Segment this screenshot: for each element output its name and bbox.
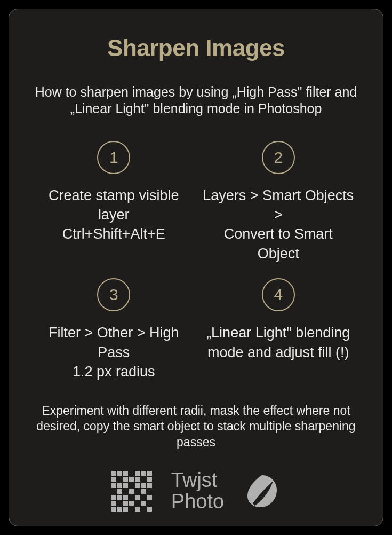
step-text-3: Filter > Other > High Pass 1.2 px radius xyxy=(37,323,191,381)
brand-row: Twjst Photo xyxy=(111,470,281,513)
qr-code-icon xyxy=(111,471,152,512)
leaf-logo-icon xyxy=(243,473,281,510)
step-4: 4 „Linear Light" blending mode and adjus… xyxy=(202,278,356,381)
steps-grid: 1 Create stamp visible layer Ctrl+Shift+… xyxy=(30,141,362,382)
step-text-4: „Linear Light" blending mode and adjust … xyxy=(202,323,356,362)
brand-line2: Photo xyxy=(171,491,224,513)
step-text-1: Create stamp visible layer Ctrl+Shift+Al… xyxy=(37,186,191,244)
step-3: 3 Filter > Other > High Pass 1.2 px radi… xyxy=(37,278,191,381)
step-badge-4: 4 xyxy=(262,278,295,311)
subtitle: How to sharpen images by using „High Pas… xyxy=(30,84,362,117)
step-2: 2 Layers > Smart Objects > Convert to Sm… xyxy=(202,141,356,264)
brand-line1: Twjst xyxy=(171,470,224,491)
step-badge-3: 3 xyxy=(97,278,130,311)
step-badge-2: 2 xyxy=(262,141,295,174)
step-1: 1 Create stamp visible layer Ctrl+Shift+… xyxy=(37,141,191,264)
step-badge-1: 1 xyxy=(97,141,130,174)
footnote: Experiment with different radii, mask th… xyxy=(30,403,362,451)
step-text-2: Layers > Smart Objects > Convert to Smar… xyxy=(202,186,356,264)
page-title: Sharpen Images xyxy=(107,35,285,61)
info-card: Sharpen Images How to sharpen images by … xyxy=(9,9,383,526)
brand-name: Twjst Photo xyxy=(171,470,224,513)
